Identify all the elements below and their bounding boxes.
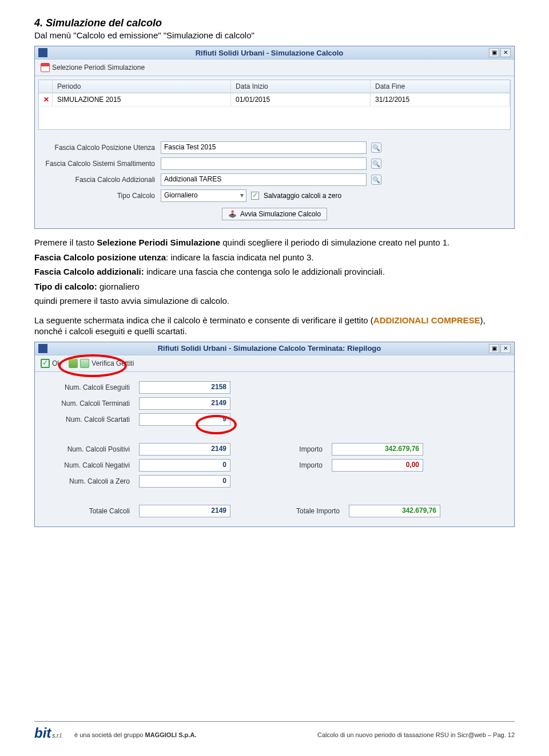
verifica-gettiti-button[interactable]: Verifica Gettiti <box>66 358 136 369</box>
grid-header: Periodo Data Inizio Data Fine <box>39 80 510 93</box>
val-negativi: 0 <box>139 459 230 472</box>
lbl-zero: Num. Calcoli a Zero <box>42 477 133 485</box>
cell-data-fine: 31/12/2015 <box>371 93 510 106</box>
val-scartati: 9 <box>139 413 230 426</box>
lbl-importo-neg: Importo <box>274 461 326 469</box>
val-positivi: 2149 <box>139 443 230 456</box>
lbl-positivi: Num. Calcoli Positivi <box>42 445 133 453</box>
paragraph-1: Premere il tasto Selezione Periodi Simul… <box>34 237 515 248</box>
lbl-eseguiti: Num. Calcoli Eseguiti <box>42 383 133 391</box>
lbl-scartati: Num. Calcoli Scartati <box>42 415 133 423</box>
paragraph-2: Fascia Calcolo posizione utenza: indicar… <box>34 252 515 263</box>
section-title: 4. Simulazione del calcolo <box>34 17 515 29</box>
window-simulazione-calcolo: Rifiuti Solidi Urbani - Simulazione Calc… <box>34 46 515 229</box>
sheet-icon <box>69 359 78 368</box>
col-data-inizio: Data Inizio <box>231 80 371 93</box>
section-intro: Dal menù "Calcolo ed emissione" "Simulaz… <box>34 30 515 40</box>
verifica-gettiti-label: Verifica Gettiti <box>92 359 134 367</box>
paragraph-4: Tipo di calcolo: giornaliero <box>34 281 515 292</box>
paragraph-6: La seguente schermata indica che il calc… <box>34 315 515 337</box>
lbl-negativi: Num. Calcoli Negativi <box>42 461 133 469</box>
remove-row-icon[interactable]: ✕ <box>39 93 53 106</box>
lbl-fascia-smaltimento: Fascia Calcolo Sistemi Smaltimento <box>41 160 161 168</box>
paragraph-5: quindi premere il tasto avvia simulazion… <box>34 295 515 307</box>
footer-logo: bits.r.l. <box>34 725 69 745</box>
ok-button[interactable]: Ok <box>38 358 63 369</box>
lbl-fascia-posizione: Fascia Calcolo Posizione Utenza <box>41 144 161 152</box>
val-importo-neg: 0,00 <box>332 459 423 472</box>
search-icon[interactable]: 🔍 <box>371 175 381 185</box>
titlebar: Rifiuti Solidi Urbani - Simulazione Calc… <box>35 46 514 60</box>
calendar-icon <box>41 63 50 72</box>
footer-right-text: Calcolo di un nuovo periodo di tassazion… <box>317 731 515 738</box>
fascia-smaltimento-input[interactable] <box>161 157 367 170</box>
tipo-calcolo-select[interactable]: Giornaliero <box>161 189 246 202</box>
lbl-importo-pos: Importo <box>274 445 326 453</box>
search-icon[interactable]: 🔍 <box>371 159 381 169</box>
toolbar: Selezione Periodi Simulazione <box>35 60 514 76</box>
grid-periodi: Periodo Data Inizio Data Fine ✕ SIMULAZI… <box>38 80 511 130</box>
footer-left-text: è una società del gruppo <box>74 731 145 738</box>
val-zero: 0 <box>139 475 230 488</box>
salvataggio-zero-checkbox[interactable] <box>251 192 259 200</box>
app-logo-icon <box>38 48 47 57</box>
lbl-terminati: Num. Calcoli Terminati <box>42 399 133 407</box>
paragraph-3: Fascia Calcolo addizionali: indicare una… <box>34 266 515 278</box>
cell-periodo: SIMULAZIONE 2015 <box>53 93 231 106</box>
run-icon: 🕹️ <box>228 210 237 218</box>
selezione-periodi-button[interactable]: Selezione Periodi Simulazione <box>38 62 147 73</box>
val-eseguiti: 2158 <box>139 381 230 394</box>
window-title: Rifiuti Solidi Urbani - Simulazione Calc… <box>51 344 488 353</box>
col-periodo: Periodo <box>53 80 231 93</box>
search-icon[interactable]: 🔍 <box>371 143 381 153</box>
fascia-posizione-input[interactable]: Fascia Test 2015 <box>161 141 367 154</box>
maximize-icon[interactable]: ▣ <box>489 344 499 353</box>
grid-row[interactable]: ✕ SIMULAZIONE 2015 01/01/2015 31/12/2015 <box>39 93 510 106</box>
check-icon <box>41 359 50 368</box>
ok-label: Ok <box>52 359 61 367</box>
val-totale-calcoli: 2149 <box>139 505 230 517</box>
avvia-label: Avvia Simulazione Calcolo <box>240 210 321 218</box>
cell-data-inizio: 01/01/2015 <box>231 93 371 106</box>
avvia-simulazione-button[interactable]: 🕹️ Avvia Simulazione Calcolo <box>222 208 327 220</box>
val-importo-pos: 342.679,76 <box>332 443 423 456</box>
val-terminati: 2149 <box>139 397 230 410</box>
close-icon[interactable]: ✕ <box>500 48 511 57</box>
lbl-fascia-addizionali: Fascia Calcolo Addizionali <box>41 176 161 184</box>
form-area: Fascia Calcolo Posizione Utenza Fascia T… <box>35 133 514 228</box>
riepilogo-form: Num. Calcoli Eseguiti 2158 Num. Calcoli … <box>35 372 514 527</box>
fascia-addizionali-input[interactable]: Addizionali TARES <box>161 173 367 186</box>
maximize-icon[interactable]: ▣ <box>489 48 499 57</box>
toolbar-btn-label: Selezione Periodi Simulazione <box>52 64 145 72</box>
titlebar: Rifiuti Solidi Urbani - Simulazione Calc… <box>35 342 514 355</box>
footer-left-bold: MAGGIOLI S.p.A. <box>145 731 197 738</box>
toolbar: Ok Verifica Gettiti <box>35 355 514 372</box>
app-logo-icon <box>38 344 47 353</box>
window-riepilogo: Rifiuti Solidi Urbani - Simulazione Calc… <box>34 342 515 527</box>
close-icon[interactable]: ✕ <box>500 344 511 353</box>
arrow-icon <box>80 359 89 368</box>
window-title: Rifiuti Solidi Urbani - Simulazione Calc… <box>51 49 488 57</box>
page-footer: bits.r.l. è una società del gruppo MAGGI… <box>34 721 515 745</box>
lbl-totale-importo: Totale Importo <box>274 507 343 515</box>
lbl-totale-calcoli: Totale Calcoli <box>42 507 133 515</box>
col-data-fine: Data Fine <box>371 80 510 93</box>
val-totale-importo: 342.679,76 <box>349 505 440 517</box>
lbl-tipo-calcolo: Tipo Calcolo <box>41 192 161 200</box>
lbl-salvataggio-zero: Salvataggio calcoli a zero <box>264 192 341 200</box>
